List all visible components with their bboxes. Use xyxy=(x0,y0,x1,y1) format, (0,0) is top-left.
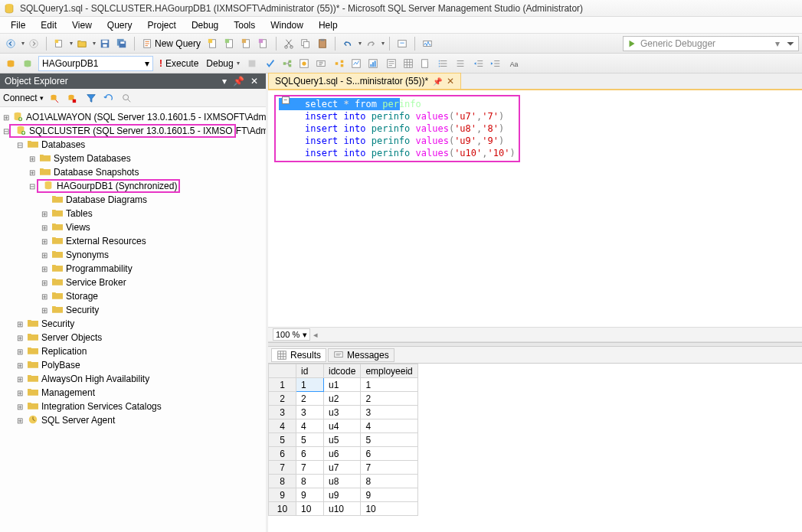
cell[interactable]: 3 xyxy=(296,406,324,419)
cell[interactable]: u3 xyxy=(324,406,361,419)
parse-button[interactable] xyxy=(263,56,278,71)
copy-button[interactable] xyxy=(298,36,313,51)
refresh-button[interactable] xyxy=(101,90,116,106)
menu-edit[interactable]: Edit xyxy=(33,18,64,32)
database-combo[interactable]: HAGourpDB1 ▾ xyxy=(38,56,153,71)
tree-databases[interactable]: ⊟Databases xyxy=(2,138,264,152)
menu-file[interactable]: File xyxy=(3,18,33,32)
grid-corner[interactable] xyxy=(269,364,296,378)
pin-icon[interactable]: 📌 xyxy=(230,76,247,86)
sql-editor[interactable]: − select * from perinfo insert into peri… xyxy=(268,90,802,327)
tab-results[interactable]: Results xyxy=(271,348,326,362)
live-stats-button[interactable] xyxy=(349,56,364,71)
zoom-combo[interactable]: 100 %▾ xyxy=(273,328,310,341)
row-number[interactable]: 1 xyxy=(269,378,296,392)
save-button[interactable] xyxy=(97,36,113,51)
paste-button[interactable] xyxy=(315,36,330,51)
dropdown-icon[interactable]: ▾ xyxy=(219,76,230,86)
menu-window[interactable]: Window xyxy=(263,18,311,32)
debugger-combo[interactable]: Generic Debugger ▾ ⏷ xyxy=(623,36,799,51)
menu-query[interactable]: Query xyxy=(100,18,140,32)
results-text-button[interactable] xyxy=(384,56,399,71)
disconnect-button[interactable] xyxy=(46,90,61,106)
chevron-down-icon[interactable]: ▾ xyxy=(70,40,73,47)
row-number[interactable]: 7 xyxy=(269,461,296,475)
table-row[interactable]: 11u11 xyxy=(269,378,418,392)
table-row[interactable]: 99u99 xyxy=(269,488,418,502)
cell[interactable]: 9 xyxy=(361,488,417,502)
dmx-query-button[interactable] xyxy=(239,36,254,51)
results-grid[interactable]: id idcode employeeid 11u1122u2233u3344u4… xyxy=(268,364,802,532)
undo-button[interactable] xyxy=(340,36,355,51)
comment-button[interactable] xyxy=(436,56,451,71)
cut-button[interactable] xyxy=(281,36,296,51)
close-icon[interactable]: ✕ xyxy=(447,76,454,86)
cell[interactable]: u9 xyxy=(324,488,361,502)
nav-forward-button[interactable] xyxy=(26,36,41,51)
search-button[interactable] xyxy=(119,90,134,106)
actual-plan-button[interactable] xyxy=(332,56,347,71)
menu-debug[interactable]: Debug xyxy=(184,18,226,32)
available-db-button[interactable] xyxy=(20,56,35,71)
cell[interactable]: 8 xyxy=(361,475,417,488)
cell[interactable]: u1 xyxy=(324,378,361,392)
menu-help[interactable]: Help xyxy=(311,18,345,32)
connect-label[interactable]: Connect xyxy=(3,93,38,103)
cell[interactable]: 6 xyxy=(296,447,324,461)
cell[interactable]: u5 xyxy=(324,433,361,447)
chevron-down-icon[interactable]: ▾ xyxy=(93,40,96,47)
outdent-button[interactable] xyxy=(488,56,503,71)
table-row[interactable]: 44u44 xyxy=(269,419,418,433)
menu-project[interactable]: Project xyxy=(140,18,184,32)
estimated-plan-button[interactable] xyxy=(280,56,295,71)
chevron-down-icon[interactable]: ▾ xyxy=(358,40,362,47)
table-row[interactable]: 33u33 xyxy=(269,406,418,419)
cell[interactable]: u8 xyxy=(324,475,361,488)
tree-dbsnap[interactable]: ⊞Database Snapshots xyxy=(2,165,264,179)
col-idcode[interactable]: idcode xyxy=(324,364,361,378)
filter-button[interactable] xyxy=(83,90,99,106)
tree-extres[interactable]: ⊞External Resources xyxy=(2,234,264,248)
results-grid-button[interactable] xyxy=(401,56,416,71)
find-button[interactable] xyxy=(394,36,410,51)
tree-replication[interactable]: ⊞Replication xyxy=(2,344,264,358)
xmla-query-button[interactable] xyxy=(256,36,271,51)
de-query-button[interactable] xyxy=(205,36,221,51)
tree-tables[interactable]: ⊞Tables xyxy=(2,207,264,220)
table-row[interactable]: 55u55 xyxy=(269,433,418,447)
table-row[interactable]: 88u88 xyxy=(269,475,418,488)
query-options-button[interactable] xyxy=(296,56,312,71)
uncomment-button[interactable] xyxy=(453,56,468,71)
cell[interactable]: 2 xyxy=(361,392,417,406)
cell[interactable]: 1 xyxy=(361,378,417,392)
table-row[interactable]: 77u77 xyxy=(269,461,418,475)
tree-sqlagent[interactable]: ⊞SQL Server Agent xyxy=(2,413,264,427)
save-all-button[interactable] xyxy=(114,36,129,51)
change-connection-button[interactable] xyxy=(3,56,18,71)
row-number[interactable]: 2 xyxy=(269,392,296,406)
cell[interactable]: 10 xyxy=(296,502,324,516)
tree-management[interactable]: ⊞Management xyxy=(2,386,264,400)
cell[interactable]: 3 xyxy=(361,406,417,419)
row-number[interactable]: 3 xyxy=(269,406,296,419)
cell[interactable]: 4 xyxy=(296,419,324,433)
cell[interactable]: 7 xyxy=(296,461,324,475)
tree-serverobj[interactable]: ⊞Server Objects xyxy=(2,331,264,344)
tree-server2[interactable]: ⊟SQLCLUSTER (SQL Server 13.0.1601.5 - IX… xyxy=(2,124,264,138)
chevron-down-icon[interactable]: ▾ xyxy=(40,94,44,102)
table-row[interactable]: 1010u1010 xyxy=(269,502,418,516)
tab-messages[interactable]: Messages xyxy=(328,348,394,362)
cancel-query-button[interactable] xyxy=(244,56,260,71)
debug-button[interactable]: Debug ▾ xyxy=(203,58,242,69)
tree-storage[interactable]: ⊞Storage xyxy=(2,289,264,303)
col-employeeid[interactable]: employeeid xyxy=(361,364,417,378)
tree-security-db[interactable]: ⊞Security xyxy=(2,303,264,317)
table-row[interactable]: 22u22 xyxy=(269,392,418,406)
new-project-button[interactable] xyxy=(51,36,67,51)
cell[interactable]: 5 xyxy=(361,433,417,447)
cell[interactable]: 1 xyxy=(296,378,324,392)
cell[interactable]: u6 xyxy=(324,447,361,461)
tree-dbdiag[interactable]: ⊞Database Diagrams xyxy=(2,193,264,207)
table-row[interactable]: 66u66 xyxy=(269,447,418,461)
cell[interactable]: u4 xyxy=(324,419,361,433)
